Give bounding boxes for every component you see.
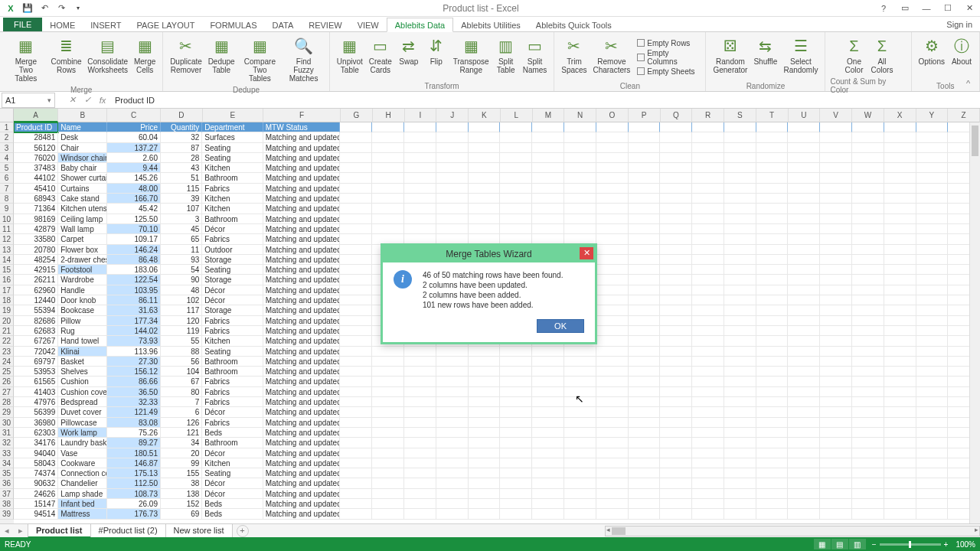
data-cell[interactable]: 20 <box>161 448 202 458</box>
data-cell[interactable] <box>852 214 884 224</box>
data-cell[interactable] <box>660 305 692 315</box>
data-cell[interactable] <box>788 234 820 244</box>
data-cell[interactable]: Fabrics <box>202 326 263 336</box>
data-cell[interactable] <box>692 316 724 326</box>
data-cell[interactable]: 177.34 <box>107 316 161 326</box>
data-cell[interactable] <box>756 143 789 153</box>
data-cell[interactable]: 62683 <box>14 326 58 336</box>
data-cell[interactable] <box>532 132 564 142</box>
data-cell[interactable] <box>340 407 372 417</box>
data-cell[interactable] <box>596 285 629 295</box>
data-cell[interactable]: 45.42 <box>107 204 161 214</box>
data-cell[interactable]: 115 <box>161 184 202 194</box>
data-cell[interactable]: Matching and updated <box>263 234 341 244</box>
data-cell[interactable] <box>852 305 884 315</box>
data-cell[interactable] <box>692 448 724 458</box>
data-cell[interactable]: 56 <box>161 357 202 367</box>
data-cell[interactable] <box>629 387 661 397</box>
row-header[interactable]: 10 <box>0 214 14 224</box>
data-cell[interactable] <box>660 194 692 204</box>
data-cell[interactable] <box>820 478 852 488</box>
row-header[interactable]: 14 <box>0 255 14 265</box>
col-header-Z[interactable]: Z <box>948 109 980 122</box>
data-cell[interactable] <box>596 194 629 204</box>
header-cell[interactable] <box>852 122 884 132</box>
data-cell[interactable] <box>756 428 789 438</box>
data-cell[interactable] <box>564 418 596 428</box>
row-header[interactable]: 8 <box>0 194 14 204</box>
data-cell[interactable] <box>916 275 949 285</box>
data-cell[interactable] <box>596 347 629 357</box>
col-header-L[interactable]: L <box>501 109 533 122</box>
data-cell[interactable] <box>788 295 820 305</box>
data-cell[interactable] <box>756 285 789 295</box>
data-cell[interactable] <box>660 143 692 153</box>
data-cell[interactable]: Matching and updated <box>263 275 341 285</box>
data-cell[interactable] <box>404 173 436 183</box>
data-cell[interactable] <box>532 163 564 173</box>
row-header[interactable]: 23 <box>0 347 14 357</box>
data-cell[interactable] <box>532 438 564 448</box>
data-cell[interactable] <box>500 499 532 509</box>
data-cell[interactable] <box>596 387 629 397</box>
data-cell[interactable] <box>404 367 436 377</box>
data-cell[interactable]: Matching and updated <box>263 285 341 295</box>
data-cell[interactable]: Work lamp <box>58 428 107 438</box>
data-cell[interactable] <box>629 438 661 448</box>
data-cell[interactable]: 70.10 <box>107 224 161 234</box>
check-empty-columns[interactable]: Empty Columns <box>637 49 701 66</box>
col-header-B[interactable]: B <box>58 109 107 122</box>
data-cell[interactable] <box>724 407 756 417</box>
data-cell[interactable] <box>724 468 756 478</box>
data-cell[interactable] <box>500 143 532 153</box>
data-cell[interactable]: Matching and updated <box>263 184 341 194</box>
data-cell[interactable] <box>500 224 532 234</box>
data-cell[interactable]: 145.26 <box>107 173 161 183</box>
header-cell[interactable]: Department <box>202 122 263 132</box>
data-cell[interactable] <box>788 153 820 163</box>
data-cell[interactable]: 175.13 <box>107 468 161 478</box>
row-header[interactable]: 33 <box>0 448 14 458</box>
data-cell[interactable]: 56399 <box>14 407 58 417</box>
data-cell[interactable] <box>884 214 916 224</box>
data-cell[interactable] <box>469 448 501 458</box>
data-cell[interactable] <box>788 143 820 153</box>
data-cell[interactable] <box>532 489 564 499</box>
data-cell[interactable] <box>372 458 404 468</box>
data-cell[interactable]: Matching and updated <box>263 428 341 438</box>
data-cell[interactable] <box>724 438 756 448</box>
data-cell[interactable] <box>852 387 884 397</box>
data-cell[interactable] <box>724 448 756 458</box>
col-header-Q[interactable]: Q <box>661 109 693 122</box>
data-cell[interactable] <box>884 509 916 519</box>
data-cell[interactable] <box>820 194 852 204</box>
data-cell[interactable] <box>788 377 820 386</box>
data-cell[interactable] <box>532 357 564 367</box>
data-cell[interactable] <box>436 132 469 142</box>
data-cell[interactable]: 108.73 <box>107 489 161 499</box>
data-cell[interactable] <box>724 326 756 336</box>
data-cell[interactable]: 67267 <box>14 336 58 346</box>
data-cell[interactable]: Handle <box>58 285 107 295</box>
data-cell[interactable] <box>756 448 789 458</box>
data-cell[interactable] <box>692 377 724 386</box>
data-cell[interactable] <box>724 275 756 285</box>
data-cell[interactable] <box>629 214 661 224</box>
data-cell[interactable] <box>629 132 661 142</box>
data-cell[interactable] <box>372 132 404 142</box>
data-cell[interactable] <box>756 367 789 377</box>
data-cell[interactable] <box>469 143 501 153</box>
col-header-Y[interactable]: Y <box>916 109 949 122</box>
data-cell[interactable]: 99 <box>161 458 202 468</box>
row-header[interactable]: 3 <box>0 143 14 153</box>
data-cell[interactable]: 26211 <box>14 275 58 285</box>
data-cell[interactable]: 87 <box>161 143 202 153</box>
data-cell[interactable] <box>340 458 372 468</box>
data-cell[interactable]: 34 <box>161 438 202 448</box>
data-cell[interactable]: Matching and updated <box>263 295 341 305</box>
data-cell[interactable]: 176.73 <box>107 509 161 519</box>
col-header-P[interactable]: P <box>629 109 661 122</box>
data-cell[interactable]: Décor <box>202 295 263 305</box>
data-cell[interactable] <box>372 418 404 428</box>
col-header-N[interactable]: N <box>564 109 596 122</box>
